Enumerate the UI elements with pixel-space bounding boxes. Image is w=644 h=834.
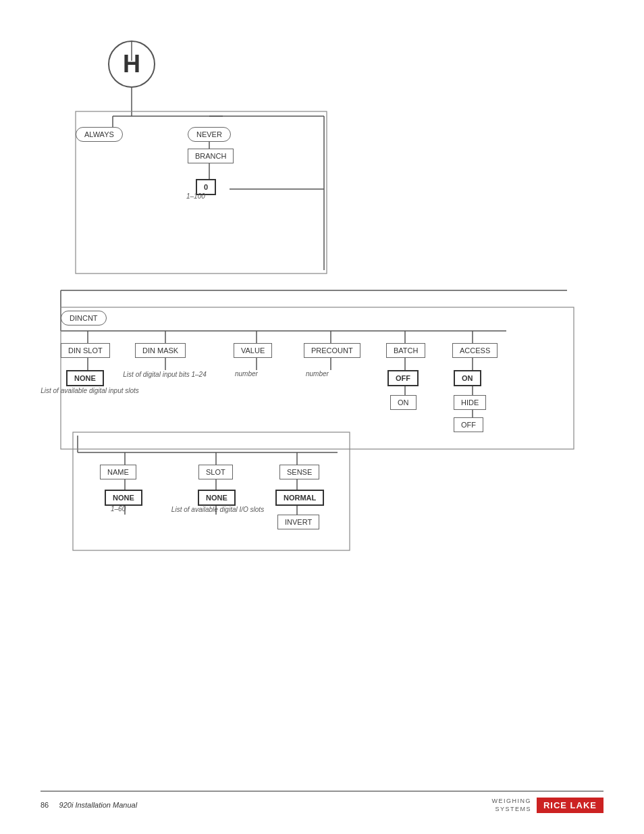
sense-header: SENSE — [279, 465, 319, 479]
precount-italic: number — [306, 370, 329, 377]
footer-right: WEIGHINGSYSTEMS RICE LAKE — [491, 797, 603, 814]
din-mask-header: DIN MASK — [135, 343, 186, 358]
manual-title: 920i Installation Manual — [59, 801, 138, 809]
value-italic: number — [235, 370, 258, 377]
slot-none: NONE — [198, 490, 236, 506]
access-header: ACCESS — [452, 343, 498, 358]
din-mask-italic: List of digital input bits 1–24 — [132, 370, 197, 379]
footer: 86 920i Installation Manual WEIGHINGSYST… — [41, 791, 603, 814]
page-number: 86 — [41, 801, 49, 809]
dincnt-node: DINCNT — [61, 311, 107, 325]
sense-normal: NORMAL — [275, 490, 324, 506]
h-node: H — [108, 41, 155, 88]
never-node: NEVER — [188, 127, 231, 142]
access-off: OFF — [454, 417, 483, 432]
access-on: ON — [454, 370, 481, 386]
logo-text: RICE LAKE — [543, 800, 597, 810]
batch-on: ON — [390, 395, 417, 410]
access-hide: HIDE — [454, 395, 486, 410]
always-node: ALWAYS — [76, 127, 123, 142]
precount-header: PRECOUNT — [304, 343, 360, 358]
logo-box: RICE LAKE — [537, 798, 603, 813]
din-slot-none: NONE — [66, 370, 104, 386]
name-italic: 1–60 — [111, 505, 126, 513]
slot-italic: List of available digital I/O slots — [186, 505, 250, 514]
slot-header: SLOT — [198, 465, 233, 479]
batch-header: BATCH — [386, 343, 425, 358]
din-slot-italic: List of available digital input slots — [59, 386, 120, 395]
name-none: NONE — [105, 490, 142, 506]
zero-sub: 1–100 — [186, 192, 205, 200]
branch-node: BRANCH — [188, 149, 234, 163]
logo-sub: WEIGHINGSYSTEMS — [491, 797, 531, 814]
diagram-lines — [0, 0, 644, 608]
din-slot-header: DIN SLOT — [61, 343, 110, 358]
page: H ALWAYS NEVER BRANCH 0 1–100 DINCNT DIN… — [0, 0, 644, 834]
name-header: NAME — [100, 465, 136, 479]
sense-invert: INVERT — [277, 515, 319, 529]
value-header: VALUE — [234, 343, 272, 358]
batch-off: OFF — [387, 370, 419, 386]
footer-left: 86 920i Installation Manual — [41, 801, 137, 809]
